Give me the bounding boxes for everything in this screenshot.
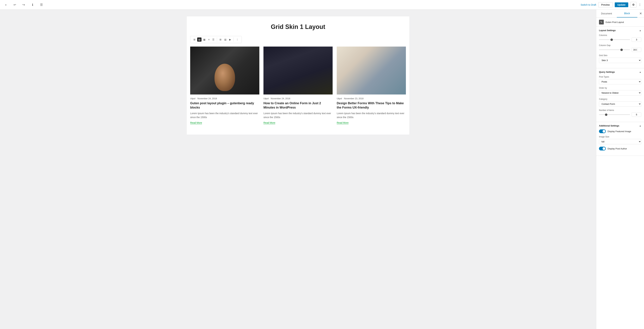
column-gap-row: 16.0 [599,48,641,52]
plugin-name: Guten Post Layout [606,21,624,24]
card-image-1 [190,46,259,94]
card-author-1: Utpol [190,97,195,100]
query-settings-body: Post Types Posts Pages Order by Newest t… [596,76,644,122]
list-view-button[interactable]: ☰ [38,2,44,8]
block-toolbar: ⊞ ▤ ▦ ≡ ☰ ⊞ ▥ ▶ ⋮ [190,36,242,43]
card-excerpt-2: Lorem Ipsum has been the industry's stan… [264,112,332,119]
top-bar-left: ＋ ↩ ↪ ℹ ☰ [3,2,44,8]
toolbar-divider-2 [234,38,234,42]
blog-card-2: Utpol November 24, 2018 How to Create an… [264,46,332,124]
order-by-select[interactable]: Newest to Oldest Oldest to Newest Random [599,90,641,96]
layout-settings-body: Columns 3 Column Gap 16.0 Grid Skin Skin… [596,34,644,68]
num-items-label: Number of items [599,109,641,112]
preview-button[interactable]: Preview [598,2,613,7]
display-post-author-row: Display Post Author [599,147,641,150]
additional-settings-label: Additional Settings [599,124,619,127]
right-sidebar: Document Block ✕ ✎ Guten Post Layout Lay… [596,10,644,329]
query-settings-header[interactable]: Query Settings ▲ [596,68,644,76]
additional-settings-section: Additional Settings ▲ Display Featured I… [596,122,644,156]
toolbar-more-options[interactable]: ⋮ [235,38,240,42]
blog-card-3: Utpol November 23, 2018 Design Better Fo… [337,46,406,124]
post-types-select[interactable]: Posts Pages [599,79,641,84]
columns-slider[interactable] [599,39,630,40]
category-label: Category [599,98,641,100]
toolbar-transform-button[interactable]: ⊞ [192,38,196,42]
card-image-2 [264,46,332,94]
additional-chevron-icon: ▲ [639,124,641,127]
top-bar: ＋ ↩ ↪ ℹ ☰ Switch to Draft Preview Update… [0,0,644,10]
category-row: Category Contact Form Uncategorized [599,98,641,107]
card-meta-2: Utpol November 24, 2018 [264,94,332,101]
card-meta-1: Utpol November 24, 2018 [190,94,259,101]
order-by-row: Order by Newest to Oldest Oldest to Newe… [599,87,641,96]
grid-skin-select[interactable]: Skin 1 Skin 2 Skin 3 Skin 4 [599,58,641,63]
toolbar-align-left[interactable]: ≡ [207,38,210,42]
layout-settings-section: Layout Settings ▲ Columns 3 Column Gap 1… [596,27,644,68]
toolbar-align-center[interactable]: ☰ [211,38,216,42]
num-items-slider[interactable] [599,114,630,115]
card-author-3: Utpol [337,97,342,100]
grid-skin-label: Grid Skin [599,54,641,57]
plugin-info: ✎ Guten Post Layout [596,18,644,27]
order-by-label: Order by [599,87,641,89]
display-featured-image-label: Display Featured Image [608,130,631,133]
card-image-3 [337,46,406,94]
switch-draft-link[interactable]: Switch to Draft [581,4,596,6]
toolbar-block-type-2[interactable]: ▦ [202,38,206,42]
layout-settings-header[interactable]: Layout Settings ▲ [596,27,644,34]
columns-row: 3 [599,38,641,42]
card-excerpt-3: Lorem Ipsum has been the industry's stan… [337,112,406,119]
tab-document[interactable]: Document [596,10,617,17]
card-author-2: Utpol [264,97,268,100]
display-featured-image-toggle[interactable] [599,130,606,133]
image-size-label: Image Size [599,136,641,138]
grid-skin-row: Grid Skin Skin 1 Skin 2 Skin 3 Skin 4 [599,54,641,63]
toolbar-block-type-1[interactable]: ▤ [197,38,202,42]
main-layout: Grid Skin 1 Layout ⊞ ▤ ▦ ≡ ☰ ⊞ ▥ ▶ ⋮ [0,10,644,329]
query-chevron-icon: ▲ [639,71,641,73]
read-more-2[interactable]: Read More [264,121,275,124]
settings-button[interactable]: ⚙ [630,2,636,8]
display-featured-image-row: Display Featured Image [599,130,641,133]
info-button[interactable]: ℹ [30,2,36,8]
toolbar-list-view[interactable]: ▥ [223,38,228,42]
column-gap-input[interactable]: 16.0 [632,48,641,52]
num-items-input[interactable]: 5 [632,112,641,117]
image-size-select[interactable]: full large medium thumbnail [599,139,641,144]
read-more-3[interactable]: Read More [337,121,348,124]
redo-button[interactable]: ↪ [20,2,27,8]
add-block-button[interactable]: ＋ [3,2,9,8]
column-gap-label: Column Gap [599,44,641,46]
query-settings-label: Query Settings [599,71,615,73]
layout-settings-label: Layout Settings [599,29,616,32]
sidebar-close-button[interactable]: ✕ [637,12,644,16]
toolbar-media-view[interactable]: ▶ [228,38,232,42]
card-date-1: November 24, 2018 [198,97,217,100]
card-title-1: Guten post layout plugin – gutenberg rea… [190,101,259,110]
plugin-icon: ✎ [599,20,604,24]
editor-canvas: Grid Skin 1 Layout ⊞ ▤ ▦ ≡ ☰ ⊞ ▥ ▶ ⋮ [187,16,409,134]
toolbar-grid-view[interactable]: ⊞ [218,38,222,42]
update-button[interactable]: Update [615,2,628,7]
query-settings-section: Query Settings ▲ Post Types Posts Pages … [596,68,644,122]
more-options-button[interactable]: ⋮ [638,3,641,6]
top-bar-right: Switch to Draft Preview Update ⚙ ⋮ [581,2,641,8]
editor-area: Grid Skin 1 Layout ⊞ ▤ ▦ ≡ ☰ ⊞ ▥ ▶ ⋮ [0,10,596,329]
undo-button[interactable]: ↩ [12,2,18,8]
read-more-1[interactable]: Read More [190,121,202,124]
columns-input[interactable]: 3 [632,38,641,42]
layout-chevron-icon: ▲ [639,29,641,32]
post-types-label: Post Types [599,76,641,78]
page-title: Grid Skin 1 Layout [190,23,406,30]
display-post-author-toggle[interactable] [599,147,606,150]
card-title-3: Design Better Forms With These Tips to M… [337,101,406,110]
category-select[interactable]: Contact Form Uncategorized [599,101,641,107]
card-date-2: November 24, 2018 [271,97,290,100]
additional-settings-header[interactable]: Additional Settings ▲ [596,122,644,130]
column-gap-slider[interactable] [599,50,630,50]
columns-label: Columns [599,34,641,36]
tab-block[interactable]: Block [617,10,637,18]
display-post-author-label: Display Post Author [608,148,627,150]
card-title-2: How to Create an Online Form in Just 2 M… [264,101,332,110]
card-meta-3: Utpol November 23, 2018 [337,94,406,101]
